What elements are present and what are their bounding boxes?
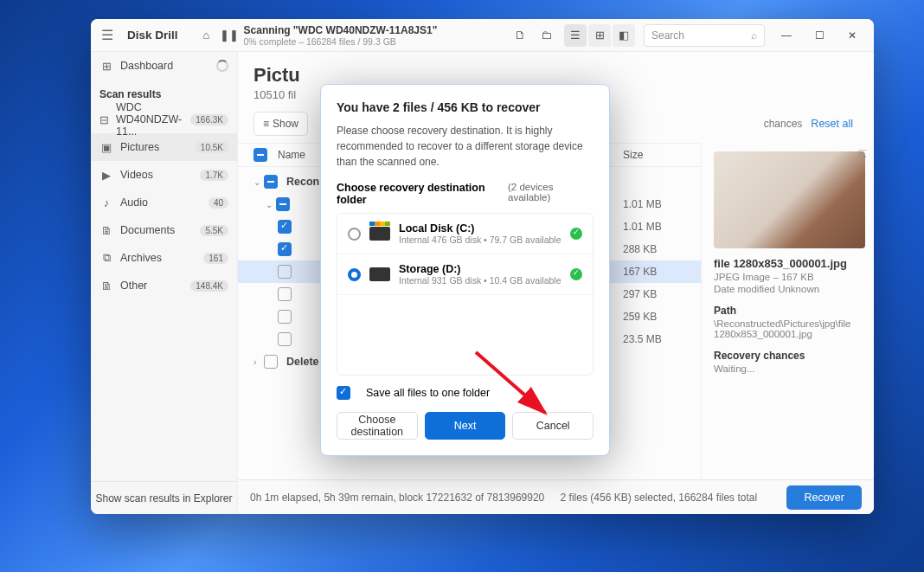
cancel-button[interactable]: Cancel [512, 412, 594, 440]
destination-option[interactable]: Storage (D:)Internal 931 GB disk • 10.4 … [337, 254, 593, 295]
dialog-title: You have 2 files / 456 KB to recover [337, 100, 594, 114]
next-button[interactable]: Next [425, 412, 506, 440]
recovery-dialog: You have 2 files / 456 KB to recover Ple… [320, 84, 610, 456]
disk-icon [369, 227, 390, 241]
destination-option[interactable]: Local Disk (C:)Internal 476 GB disk • 79… [337, 214, 593, 254]
radio-button[interactable] [348, 228, 361, 241]
radio-button[interactable] [348, 268, 361, 281]
save-one-folder-checkbox[interactable] [337, 386, 350, 400]
disk-icon [369, 267, 390, 281]
choose-destination-button[interactable]: Choose destination [337, 412, 418, 440]
check-icon [570, 268, 582, 280]
app-window: ☰ Disk Drill ⌂ ❚❚ Scanning "WDC WD40NDZW… [91, 19, 874, 514]
check-icon [570, 228, 582, 240]
